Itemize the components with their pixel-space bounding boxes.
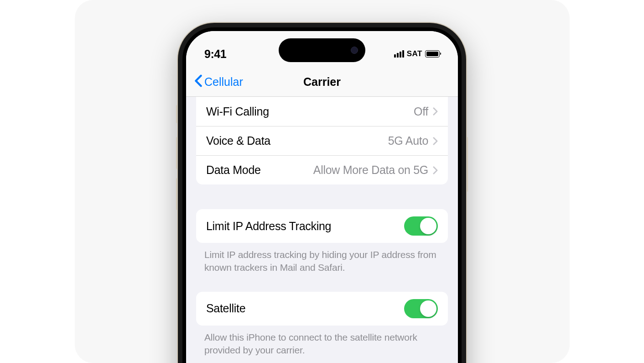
row-label: Voice & Data [206,134,270,147]
row-label: Limit IP Address Tracking [206,220,331,233]
toggle-knob [420,218,436,234]
row-label: Satellite [206,302,245,315]
settings-group-network: Wi-Fi Calling Off Voice & Data 5G Auto [196,97,448,184]
row-label: Data Mode [206,163,261,177]
toggle-limit-ip-tracking[interactable] [404,216,438,236]
back-label: Cellular [204,75,243,89]
settings-group-satellite: Satellite [196,292,448,326]
status-carrier-text: SAT [407,49,422,58]
phone-mute-switch [176,105,178,123]
battery-icon [425,50,440,58]
cellular-signal-icon [394,50,404,58]
row-limit-ip-tracking[interactable]: Limit IP Address Tracking [196,209,448,243]
front-camera-icon [351,47,358,54]
status-right-cluster: SAT [394,49,440,58]
toggle-satellite[interactable] [404,299,438,318]
row-label: Wi-Fi Calling [206,105,269,118]
page-background: 9:41 SAT Cellular [75,0,570,363]
row-value: Allow More Data on 5G [313,163,428,177]
row-value: Off [414,105,428,118]
chevron-left-icon [194,74,203,90]
row-data-mode[interactable]: Data Mode Allow More Data on 5G [196,155,448,184]
row-value-wrap: 5G Auto [388,134,438,147]
row-voice-data[interactable]: Voice & Data 5G Auto [196,126,448,155]
settings-group-privacy: Limit IP Address Tracking [196,209,448,243]
phone-volume-down [176,178,178,210]
toggle-knob [420,300,436,317]
row-wifi-calling[interactable]: Wi-Fi Calling Off [196,97,448,126]
back-button[interactable]: Cellular [194,74,243,90]
phone-frame: 9:41 SAT Cellular [178,23,466,363]
status-time: 9:41 [204,47,226,61]
row-value: 5G Auto [388,134,428,147]
row-value-wrap: Off [414,105,438,118]
battery-fill [426,52,438,56]
row-value-wrap: Allow More Data on 5G [313,163,438,177]
phone-power-button [466,137,468,192]
chevron-right-icon [433,137,438,145]
phone-volume-up [176,137,178,169]
footer-satellite: Allow this iPhone to connect to the sate… [186,326,458,357]
settings-content: Wi-Fi Calling Off Voice & Data 5G Auto [186,97,458,363]
phone-screen: 9:41 SAT Cellular [182,27,462,363]
chevron-right-icon [433,166,438,174]
chevron-right-icon [433,107,438,116]
nav-bar: Cellular Carrier [186,68,458,97]
row-satellite[interactable]: Satellite [196,292,448,326]
dynamic-island [279,38,365,62]
footer-limit-ip-tracking: Limit IP address tracking by hiding your… [186,243,458,274]
